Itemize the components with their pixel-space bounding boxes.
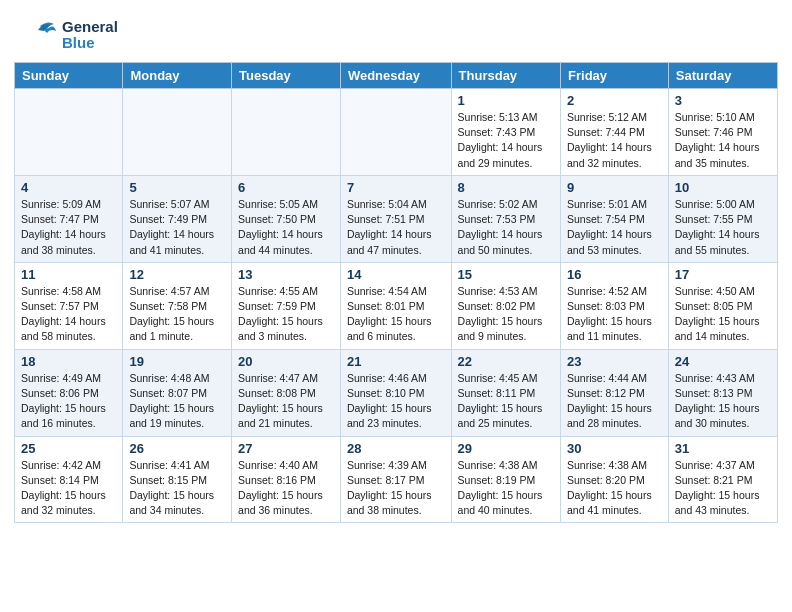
day-info: Sunrise: 4:48 AMSunset: 8:07 PMDaylight:…	[129, 371, 225, 432]
day-cell-6: 6Sunrise: 5:05 AMSunset: 7:50 PMDaylight…	[232, 175, 341, 262]
day-number: 28	[347, 441, 445, 456]
day-number: 29	[458, 441, 554, 456]
day-number: 13	[238, 267, 334, 282]
logo-bird-icon	[20, 16, 58, 54]
day-info: Sunrise: 4:55 AMSunset: 7:59 PMDaylight:…	[238, 284, 334, 345]
day-info: Sunrise: 4:50 AMSunset: 8:05 PMDaylight:…	[675, 284, 771, 345]
day-number: 16	[567, 267, 662, 282]
day-cell-empty	[15, 89, 123, 176]
day-number: 25	[21, 441, 116, 456]
day-number: 19	[129, 354, 225, 369]
day-info: Sunrise: 4:49 AMSunset: 8:06 PMDaylight:…	[21, 371, 116, 432]
day-cell-31: 31Sunrise: 4:37 AMSunset: 8:21 PMDayligh…	[668, 436, 777, 523]
day-cell-7: 7Sunrise: 5:04 AMSunset: 7:51 PMDaylight…	[340, 175, 451, 262]
day-info: Sunrise: 4:37 AMSunset: 8:21 PMDaylight:…	[675, 458, 771, 519]
day-cell-20: 20Sunrise: 4:47 AMSunset: 8:08 PMDayligh…	[232, 349, 341, 436]
logo: General Blue	[20, 16, 118, 54]
day-cell-empty	[232, 89, 341, 176]
day-info: Sunrise: 5:07 AMSunset: 7:49 PMDaylight:…	[129, 197, 225, 258]
day-cell-24: 24Sunrise: 4:43 AMSunset: 8:13 PMDayligh…	[668, 349, 777, 436]
day-cell-30: 30Sunrise: 4:38 AMSunset: 8:20 PMDayligh…	[561, 436, 669, 523]
day-number: 14	[347, 267, 445, 282]
day-cell-22: 22Sunrise: 4:45 AMSunset: 8:11 PMDayligh…	[451, 349, 560, 436]
day-info: Sunrise: 5:10 AMSunset: 7:46 PMDaylight:…	[675, 110, 771, 171]
day-info: Sunrise: 4:54 AMSunset: 8:01 PMDaylight:…	[347, 284, 445, 345]
page-container: General Blue SundayMondayTuesdayWednesda…	[0, 0, 792, 533]
logo-general: General	[62, 19, 118, 36]
day-cell-16: 16Sunrise: 4:52 AMSunset: 8:03 PMDayligh…	[561, 262, 669, 349]
day-info: Sunrise: 5:01 AMSunset: 7:54 PMDaylight:…	[567, 197, 662, 258]
day-cell-empty	[340, 89, 451, 176]
header-wednesday: Wednesday	[340, 63, 451, 89]
day-cell-15: 15Sunrise: 4:53 AMSunset: 8:02 PMDayligh…	[451, 262, 560, 349]
day-cell-12: 12Sunrise: 4:57 AMSunset: 7:58 PMDayligh…	[123, 262, 232, 349]
day-cell-13: 13Sunrise: 4:55 AMSunset: 7:59 PMDayligh…	[232, 262, 341, 349]
day-info: Sunrise: 5:04 AMSunset: 7:51 PMDaylight:…	[347, 197, 445, 258]
day-cell-2: 2Sunrise: 5:12 AMSunset: 7:44 PMDaylight…	[561, 89, 669, 176]
header-saturday: Saturday	[668, 63, 777, 89]
day-number: 24	[675, 354, 771, 369]
day-number: 2	[567, 93, 662, 108]
day-number: 23	[567, 354, 662, 369]
day-cell-10: 10Sunrise: 5:00 AMSunset: 7:55 PMDayligh…	[668, 175, 777, 262]
day-cell-1: 1Sunrise: 5:13 AMSunset: 7:43 PMDaylight…	[451, 89, 560, 176]
day-info: Sunrise: 4:38 AMSunset: 8:19 PMDaylight:…	[458, 458, 554, 519]
day-cell-23: 23Sunrise: 4:44 AMSunset: 8:12 PMDayligh…	[561, 349, 669, 436]
header-sunday: Sunday	[15, 63, 123, 89]
day-info: Sunrise: 4:52 AMSunset: 8:03 PMDaylight:…	[567, 284, 662, 345]
day-info: Sunrise: 4:38 AMSunset: 8:20 PMDaylight:…	[567, 458, 662, 519]
day-number: 26	[129, 441, 225, 456]
week-row-3: 11Sunrise: 4:58 AMSunset: 7:57 PMDayligh…	[15, 262, 778, 349]
header-thursday: Thursday	[451, 63, 560, 89]
day-number: 21	[347, 354, 445, 369]
day-cell-3: 3Sunrise: 5:10 AMSunset: 7:46 PMDaylight…	[668, 89, 777, 176]
day-number: 1	[458, 93, 554, 108]
day-number: 9	[567, 180, 662, 195]
day-cell-17: 17Sunrise: 4:50 AMSunset: 8:05 PMDayligh…	[668, 262, 777, 349]
day-number: 7	[347, 180, 445, 195]
day-info: Sunrise: 4:47 AMSunset: 8:08 PMDaylight:…	[238, 371, 334, 432]
day-number: 8	[458, 180, 554, 195]
header-tuesday: Tuesday	[232, 63, 341, 89]
day-number: 11	[21, 267, 116, 282]
day-cell-25: 25Sunrise: 4:42 AMSunset: 8:14 PMDayligh…	[15, 436, 123, 523]
day-cell-27: 27Sunrise: 4:40 AMSunset: 8:16 PMDayligh…	[232, 436, 341, 523]
header-friday: Friday	[561, 63, 669, 89]
day-cell-18: 18Sunrise: 4:49 AMSunset: 8:06 PMDayligh…	[15, 349, 123, 436]
header: General Blue	[0, 0, 792, 62]
day-cell-11: 11Sunrise: 4:58 AMSunset: 7:57 PMDayligh…	[15, 262, 123, 349]
day-number: 17	[675, 267, 771, 282]
day-number: 5	[129, 180, 225, 195]
day-info: Sunrise: 4:45 AMSunset: 8:11 PMDaylight:…	[458, 371, 554, 432]
day-cell-21: 21Sunrise: 4:46 AMSunset: 8:10 PMDayligh…	[340, 349, 451, 436]
day-info: Sunrise: 4:40 AMSunset: 8:16 PMDaylight:…	[238, 458, 334, 519]
week-row-1: 1Sunrise: 5:13 AMSunset: 7:43 PMDaylight…	[15, 89, 778, 176]
day-cell-28: 28Sunrise: 4:39 AMSunset: 8:17 PMDayligh…	[340, 436, 451, 523]
day-cell-19: 19Sunrise: 4:48 AMSunset: 8:07 PMDayligh…	[123, 349, 232, 436]
day-number: 22	[458, 354, 554, 369]
day-number: 18	[21, 354, 116, 369]
day-info: Sunrise: 5:02 AMSunset: 7:53 PMDaylight:…	[458, 197, 554, 258]
day-info: Sunrise: 4:53 AMSunset: 8:02 PMDaylight:…	[458, 284, 554, 345]
day-cell-8: 8Sunrise: 5:02 AMSunset: 7:53 PMDaylight…	[451, 175, 560, 262]
logo-text-block: General Blue	[62, 19, 118, 52]
calendar-table: SundayMondayTuesdayWednesdayThursdayFrid…	[14, 62, 778, 523]
day-number: 3	[675, 93, 771, 108]
day-number: 6	[238, 180, 334, 195]
day-number: 31	[675, 441, 771, 456]
day-info: Sunrise: 4:39 AMSunset: 8:17 PMDaylight:…	[347, 458, 445, 519]
day-number: 4	[21, 180, 116, 195]
week-row-5: 25Sunrise: 4:42 AMSunset: 8:14 PMDayligh…	[15, 436, 778, 523]
day-cell-29: 29Sunrise: 4:38 AMSunset: 8:19 PMDayligh…	[451, 436, 560, 523]
day-info: Sunrise: 5:13 AMSunset: 7:43 PMDaylight:…	[458, 110, 554, 171]
week-row-2: 4Sunrise: 5:09 AMSunset: 7:47 PMDaylight…	[15, 175, 778, 262]
week-row-4: 18Sunrise: 4:49 AMSunset: 8:06 PMDayligh…	[15, 349, 778, 436]
day-info: Sunrise: 4:44 AMSunset: 8:12 PMDaylight:…	[567, 371, 662, 432]
day-cell-5: 5Sunrise: 5:07 AMSunset: 7:49 PMDaylight…	[123, 175, 232, 262]
day-info: Sunrise: 4:46 AMSunset: 8:10 PMDaylight:…	[347, 371, 445, 432]
day-info: Sunrise: 4:41 AMSunset: 8:15 PMDaylight:…	[129, 458, 225, 519]
day-number: 27	[238, 441, 334, 456]
svg-rect-0	[20, 16, 58, 54]
header-row: SundayMondayTuesdayWednesdayThursdayFrid…	[15, 63, 778, 89]
day-number: 20	[238, 354, 334, 369]
